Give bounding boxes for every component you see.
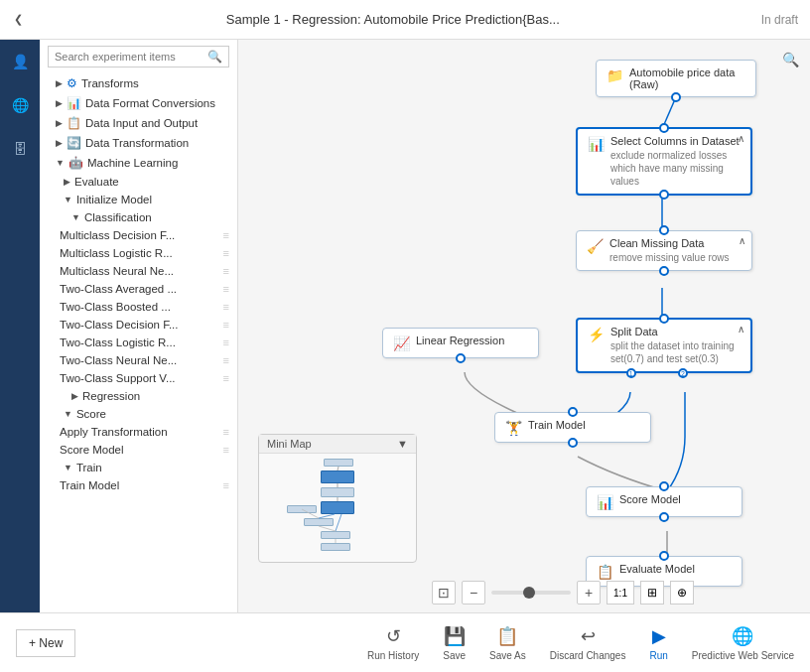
- save-as-button[interactable]: 📋 Save As: [489, 625, 526, 661]
- sidebar-item-data-input[interactable]: ▶ 📋 Data Input and Output: [40, 113, 237, 133]
- train-icon: 🏋: [505, 420, 522, 436]
- port-bottom-score: [659, 512, 669, 522]
- icon-bar: 👤 🌐 🗄: [0, 40, 40, 612]
- center-button[interactable]: ⊕: [670, 581, 694, 605]
- sidebar-item-two-class-support[interactable]: Two-Class Support V... ≡: [40, 369, 237, 387]
- sidebar-item-train-model[interactable]: Train Model ≡: [40, 476, 237, 494]
- chevron-right-icon: ▶: [56, 118, 63, 128]
- port-top-score: [659, 481, 669, 491]
- node-select-columns[interactable]: ∧ 📊 Select Columns in Dataset exclude no…: [576, 127, 752, 196]
- sidebar-item-multiclass-decision[interactable]: Multiclass Decision F... ≡: [40, 226, 237, 244]
- port-top-select-columns: [659, 123, 669, 133]
- search-icon: 🔍: [207, 50, 222, 64]
- port-bottom-left-split: 1: [626, 368, 636, 378]
- sidebar-item-classification[interactable]: ▼ Classification: [40, 208, 237, 226]
- sidebar-item-initialize-model[interactable]: ▼ Initialize Model: [40, 191, 237, 208]
- node-train-model[interactable]: 🏋 Train Model: [494, 412, 651, 443]
- mini-node-auto-price: [324, 459, 353, 467]
- sidebar-item-score-model[interactable]: Score Model ≡: [40, 441, 237, 459]
- layers-icon[interactable]: 🗄: [6, 135, 34, 163]
- run-history-icon: ↺: [386, 625, 401, 647]
- drag-handle-icon: ≡: [223, 444, 229, 456]
- sidebar-item-data-format[interactable]: ▶ 📊 Data Format Conversions: [40, 93, 237, 113]
- chevron-right-icon: ▶: [56, 138, 63, 148]
- transforms-icon: ⚙: [67, 76, 77, 90]
- predictive-icon: 🌐: [732, 625, 753, 647]
- toolbar-actions: ↺ Run History 💾 Save 📋 Save As ↩ Discard…: [367, 625, 794, 661]
- new-button[interactable]: + New: [16, 629, 75, 657]
- sidebar-item-multiclass-neural[interactable]: Multiclass Neural Ne... ≡: [40, 262, 237, 280]
- canvas-search-icon[interactable]: 🔍: [778, 48, 802, 71]
- chevron-down-icon: ▼: [71, 212, 80, 222]
- drag-handle-icon: ≡: [223, 265, 229, 277]
- draft-status: In draft: [761, 13, 798, 27]
- drag-handle-icon: ≡: [223, 301, 229, 313]
- search-input[interactable]: [55, 51, 203, 63]
- data-icon: 📁: [607, 67, 623, 83]
- predictive-button[interactable]: 🌐 Predictive Web Service: [692, 625, 794, 661]
- node-linear-regression[interactable]: 📈 Linear Regression: [382, 328, 539, 358]
- sidebar-item-evaluate[interactable]: ▶ Evaluate: [40, 173, 237, 191]
- sidebar-tree: ▶ ⚙ Transforms ▶ 📊 Data Format Conversio…: [40, 73, 237, 612]
- zoom-out-button[interactable]: −: [462, 581, 485, 605]
- canvas-area[interactable]: 🔍 📁 Automobile price data (Raw: [238, 40, 810, 612]
- page-title: Sample 1 - Regression: Automobile Price …: [33, 12, 753, 27]
- node-split-data[interactable]: ∧ ⚡ Split Data split the dataset into tr…: [576, 318, 752, 373]
- run-history-button[interactable]: ↺ Run History: [367, 625, 419, 661]
- svg-line-9: [336, 514, 341, 531]
- sidebar-item-machine-learning[interactable]: ▼ 🤖 Machine Learning: [40, 153, 237, 173]
- collapse-sidebar-button[interactable]: ❮: [12, 11, 25, 28]
- node-auto-price[interactable]: 📁 Automobile price data (Raw): [596, 60, 756, 97]
- sidebar-item-score[interactable]: ▼ Score: [40, 405, 237, 423]
- sidebar-item-multiclass-logistic[interactable]: Multiclass Logistic R... ≡: [40, 244, 237, 262]
- user-icon[interactable]: 👤: [6, 48, 34, 75]
- chevron-right-icon: ▶: [56, 78, 63, 88]
- collapse-node-icon[interactable]: ∧: [739, 235, 745, 246]
- globe-icon[interactable]: 🌐: [6, 91, 34, 119]
- drag-handle-icon: ≡: [223, 354, 229, 366]
- chevron-down-icon: ▼: [56, 158, 65, 168]
- drag-handle-icon: ≡: [223, 479, 229, 491]
- top-bar: ❮ Sample 1 - Regression: Automobile Pric…: [0, 0, 810, 40]
- collapse-node-icon[interactable]: ∧: [738, 324, 744, 335]
- drag-handle-icon: ≡: [223, 372, 229, 384]
- drag-handle-icon: ≡: [223, 426, 229, 438]
- zoom-slider[interactable]: [491, 591, 571, 595]
- discard-button[interactable]: ↩ Discard Changes: [550, 625, 626, 661]
- save-button[interactable]: 💾 Save: [443, 625, 466, 661]
- zoom-reset-button[interactable]: 1:1: [607, 581, 634, 605]
- mini-node-clean-missing: [321, 487, 354, 497]
- sidebar-item-regression[interactable]: ▶ Regression: [40, 387, 237, 405]
- transform-icon: 📊: [588, 136, 605, 152]
- sidebar-item-two-class-logistic[interactable]: Two-Class Logistic R... ≡: [40, 334, 237, 351]
- sidebar-item-two-class-averaged[interactable]: Two-Class Averaged ... ≡: [40, 280, 237, 298]
- sidebar-item-two-class-boosted[interactable]: Two-Class Boosted ... ≡: [40, 298, 237, 316]
- run-button[interactable]: ▶ Run: [649, 625, 667, 661]
- node-score-model[interactable]: 📊 Score Model: [586, 486, 742, 517]
- sidebar: 🔍 ▶ ⚙ Transforms ▶ 📊 Data Format Convers…: [40, 40, 238, 612]
- fit-canvas-button[interactable]: ⊞: [640, 581, 664, 605]
- sidebar-item-two-class-decision-f[interactable]: Two-Class Decision F... ≡: [40, 316, 237, 334]
- sidebar-item-train[interactable]: ▼ Train: [40, 459, 237, 476]
- drag-handle-icon: ≡: [223, 283, 229, 295]
- regression-icon: 📈: [393, 336, 410, 351]
- mini-node-train-model: [304, 518, 334, 526]
- sidebar-item-two-class-neural[interactable]: Two-Class Neural Ne... ≡: [40, 351, 237, 369]
- zoom-slider-thumb: [523, 587, 535, 599]
- fit-frame-button[interactable]: ⊡: [432, 581, 456, 605]
- run-icon: ▶: [652, 625, 666, 647]
- mini-map-dropdown-icon[interactable]: ▼: [397, 438, 408, 450]
- mini-map: Mini Map ▼: [258, 434, 417, 563]
- chevron-down-icon: ▼: [64, 463, 72, 472]
- mini-node-select-columns: [321, 470, 354, 483]
- sidebar-item-data-transform[interactable]: ▶ 🔄 Data Transformation: [40, 133, 237, 153]
- sidebar-item-apply-transformation[interactable]: Apply Transformation ≡: [40, 423, 237, 441]
- save-icon: 💾: [444, 625, 466, 647]
- search-box: 🔍: [48, 46, 229, 67]
- collapse-node-icon[interactable]: ∧: [738, 133, 744, 144]
- zoom-in-button[interactable]: +: [577, 581, 601, 605]
- node-clean-missing[interactable]: ∧ 🧹 Clean Missing Data remove missing va…: [576, 230, 752, 271]
- port-bottom-right-split: 2: [678, 368, 688, 378]
- sidebar-item-transforms[interactable]: ▶ ⚙ Transforms: [40, 73, 237, 93]
- port-top-split: [659, 314, 669, 324]
